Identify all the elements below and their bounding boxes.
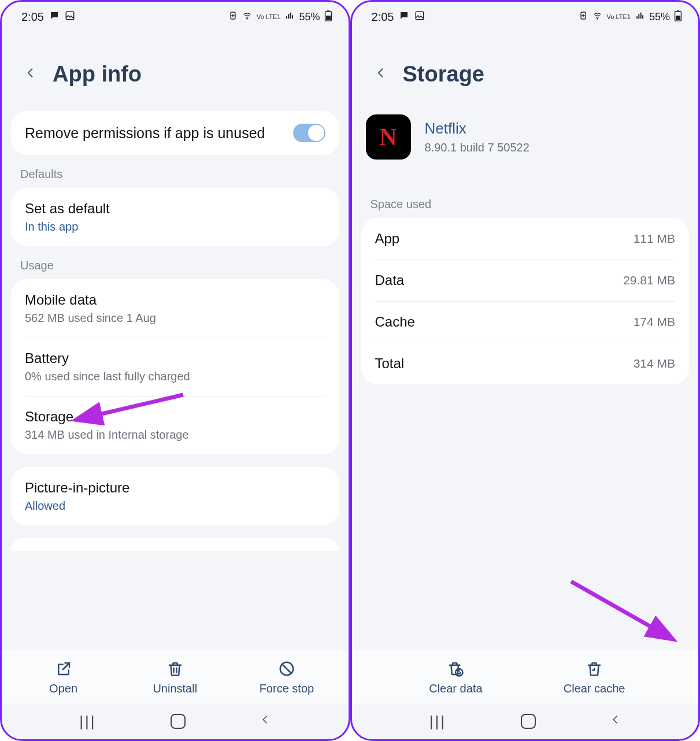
defaults-card: Set as default In this app: [11, 188, 339, 246]
action-bar: Open Uninstall Force stop: [2, 650, 349, 703]
space-data-label: Data: [375, 272, 405, 288]
space-total-row: Total 314 MB: [361, 343, 690, 384]
storage-sub: 314 MB used in Internal storage: [25, 428, 189, 442]
nav-bar: |||: [2, 703, 349, 739]
page-title: App info: [53, 62, 142, 87]
wifi-icon: [242, 11, 253, 23]
content: Remove permissions if app is unused Defa…: [2, 111, 349, 650]
back-button[interactable]: [372, 62, 390, 87]
app-icon: N: [366, 114, 411, 160]
nav-home[interactable]: [171, 714, 186, 729]
space-data-row: Data 29.81 MB: [361, 260, 690, 301]
svg-rect-9: [416, 12, 424, 20]
annotation-arrow-icon: [560, 577, 675, 643]
page-title: Storage: [403, 62, 484, 87]
storage-row[interactable]: Storage 314 MB used in Internal storage: [11, 396, 339, 454]
set-as-default-title: Set as default: [25, 201, 110, 217]
back-button[interactable]: [21, 62, 40, 87]
app-name: Netflix: [425, 120, 529, 138]
space-used-label: Space used: [361, 185, 690, 218]
pip-card: Picture-in-picture Allowed: [11, 467, 339, 525]
chat-icon: [49, 10, 60, 24]
status-time: 2:05: [21, 10, 44, 24]
nav-recents[interactable]: |||: [79, 713, 96, 731]
space-app-row: App 111 MB: [361, 218, 690, 260]
space-app-value: 111 MB: [634, 232, 675, 246]
nav-bar: |||: [352, 703, 699, 739]
space-cache-label: Cache: [375, 314, 415, 330]
remove-permissions-toggle[interactable]: [293, 124, 325, 142]
image-icon: [65, 10, 75, 24]
space-cache-value: 174 MB: [634, 315, 675, 329]
signal-icon: [635, 11, 645, 23]
set-as-default-row[interactable]: Set as default In this app: [11, 188, 339, 246]
svg-line-8: [282, 665, 291, 673]
storage-title: Storage: [25, 409, 189, 425]
set-as-default-sub: In this app: [25, 220, 110, 234]
battery-row[interactable]: Battery 0% used since last fully charged: [11, 338, 339, 396]
status-bar: 2:05 Vo LTE1 55%: [352, 2, 699, 28]
svg-rect-13: [676, 16, 680, 20]
svg-point-11: [597, 18, 597, 18]
peek-card: [11, 538, 339, 551]
mobile-data-sub: 562 MB used since 1 Aug: [25, 312, 156, 325]
space-used-card: App 111 MB Data 29.81 MB Cache 174 MB To…: [361, 218, 690, 384]
uninstall-label: Uninstall: [153, 682, 197, 695]
remove-permissions-row[interactable]: Remove permissions if app is unused: [11, 111, 339, 155]
content: Space used App 111 MB Data 29.81 MB Cach…: [352, 185, 699, 650]
mobile-data-row[interactable]: Mobile data 562 MB used since 1 Aug: [11, 279, 339, 338]
pip-sub: Allowed: [25, 499, 129, 513]
svg-line-15: [571, 581, 657, 630]
nav-home[interactable]: [521, 714, 536, 729]
clear-cache-button[interactable]: Clear cache: [560, 660, 629, 695]
section-usage-label: Usage: [11, 246, 339, 279]
force-stop-label: Force stop: [260, 682, 314, 695]
svg-rect-4: [325, 16, 330, 20]
permission-card: Remove permissions if app is unused: [11, 111, 339, 155]
nav-recents[interactable]: |||: [429, 713, 446, 731]
svg-rect-0: [66, 12, 74, 20]
section-defaults-label: Defaults: [11, 155, 339, 188]
net-label: Vo LTE1: [257, 14, 280, 20]
image-icon: [414, 10, 425, 24]
battery-pct: 55%: [649, 11, 670, 23]
clear-data-button[interactable]: Clear data: [421, 660, 490, 695]
remove-permissions-label: Remove permissions if app is unused: [25, 125, 265, 142]
chat-icon: [399, 10, 409, 24]
battery-pct: 55%: [299, 11, 320, 23]
battery-title: Battery: [25, 350, 190, 366]
header: App info: [2, 28, 349, 111]
battery-icon: [324, 10, 332, 24]
net-label: Vo LTE1: [607, 14, 631, 20]
pip-row[interactable]: Picture-in-picture Allowed: [11, 467, 339, 525]
mobile-data-title: Mobile data: [25, 292, 156, 308]
battery-sub: 0% used since last fully charged: [25, 370, 190, 383]
clear-cache-label: Clear cache: [564, 682, 625, 695]
signal-icon: [284, 11, 295, 23]
action-bar: Clear data Clear cache: [352, 650, 699, 703]
space-data-value: 29.81 MB: [623, 273, 675, 287]
battery-saver-icon: [228, 11, 238, 23]
status-bar: 2:05 Vo LTE1 55%: [2, 2, 349, 28]
pip-title: Picture-in-picture: [25, 480, 129, 496]
clear-data-label: Clear data: [429, 682, 482, 695]
force-stop-button[interactable]: Force stop: [252, 660, 321, 695]
header: Storage: [352, 28, 699, 111]
space-app-label: App: [375, 231, 400, 247]
app-version: 8.90.1 build 7 50522: [425, 141, 529, 154]
svg-rect-14: [677, 10, 680, 11]
phone-left: 2:05 Vo LTE1 55%: [0, 0, 350, 741]
battery-saver-icon: [579, 11, 588, 23]
open-label: Open: [49, 682, 77, 695]
space-total-label: Total: [375, 355, 405, 372]
open-button[interactable]: Open: [29, 660, 98, 695]
phone-right: 2:05 Vo LTE1 55%: [350, 0, 701, 741]
wifi-icon: [592, 11, 603, 23]
space-cache-row: Cache 174 MB: [361, 301, 690, 343]
battery-icon: [674, 10, 682, 24]
nav-back[interactable]: [610, 713, 621, 731]
app-header: N Netflix 8.90.1 build 7 50522: [352, 111, 699, 185]
nav-back[interactable]: [260, 713, 271, 731]
uninstall-button[interactable]: Uninstall: [140, 660, 210, 695]
space-total-value: 314 MB: [634, 357, 675, 370]
